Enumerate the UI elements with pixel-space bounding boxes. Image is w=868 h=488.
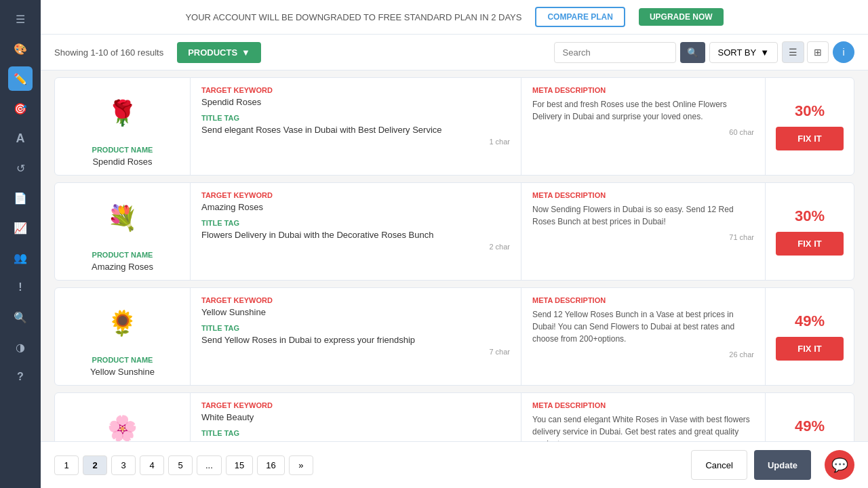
title-tag-label: Title Tag [201, 324, 510, 332]
sidebar-palette-icon[interactable]: 🎨 [8, 37, 33, 61]
sort-arrow-icon: ▼ [760, 47, 769, 58]
content-area: 🌹 Product Name Spendid Roses Target Keyw… [41, 70, 868, 441]
target-keyword-field: Target Keyword Amazing Roses [201, 191, 510, 212]
target-keyword-field: Target Keyword Spendid Roses [201, 86, 510, 107]
product-description-section: Meta Description Send 12 Yellow Roses Bu… [521, 288, 766, 385]
meta-desc-text: For best and fresh Roses use the best On… [532, 98, 754, 123]
title-tag-field: Title Tag Express Flowers Delivery in Du… [201, 429, 510, 441]
page-2-button[interactable]: 2 [83, 455, 107, 475]
product-image-section: 🌹 Product Name Spendid Roses [55, 78, 191, 175]
sidebar-people-icon[interactable]: 👥 [8, 245, 33, 270]
sidebar-target-icon[interactable]: 🎯 [8, 96, 33, 121]
pagination-bar: 1 2 3 4 5 ... 15 16 » Cancel Update 💬 [41, 441, 868, 488]
sidebar-font-icon[interactable]: A [8, 126, 33, 150]
search-icon: 🔍 [687, 47, 698, 58]
chat-button[interactable]: 💬 [825, 450, 854, 480]
score-value: 30% [795, 207, 825, 225]
target-keyword-label: Target Keyword [201, 191, 510, 199]
info-icon: i [842, 47, 844, 58]
chat-icon: 💬 [831, 457, 848, 473]
title-tag-field: Title Tag Flowers Delivery in Dubai with… [201, 219, 510, 251]
showing-results-text: Showing 1-10 of 160 results [54, 47, 163, 58]
banner-text: YOUR ACCOUNT WILL BE DOWNGRADED TO FREE … [185, 12, 521, 22]
search-button[interactable]: 🔍 [680, 42, 705, 63]
target-keyword-label: Target Keyword [201, 401, 510, 409]
fix-it-button[interactable]: FIX IT [776, 337, 844, 361]
info-button[interactable]: i [833, 41, 854, 63]
target-keyword-value: Spendid Roses [201, 97, 510, 107]
target-keyword-value: Yellow Sunshine [201, 307, 510, 317]
grid-view-button[interactable]: ⊞ [807, 41, 829, 63]
sidebar-refresh-icon[interactable]: ↺ [8, 156, 33, 180]
list-view-button[interactable]: ☰ [782, 41, 804, 63]
product-score-section: 49% FIX IT [766, 288, 854, 385]
fix-it-button[interactable]: FIX IT [776, 232, 844, 256]
meta-char-count: 60 char [532, 128, 754, 136]
product-meta: Target Keyword Yellow Sunshine Title Tag… [191, 288, 521, 385]
update-button[interactable]: Update [754, 450, 811, 480]
search-wrapper: 🔍 SORT BY ▼ ☰ ⊞ i [554, 41, 854, 63]
title-tag-value: Send Yellow Roses in Dubai to express yo… [201, 335, 510, 345]
page-15-button[interactable]: 15 [226, 455, 253, 475]
score-value: 49% [795, 312, 825, 330]
product-name-label: Product Name [92, 146, 153, 154]
title-tag-value: Flowers Delivery in Dubai with the Decor… [201, 230, 510, 240]
pagination-actions: Cancel Update 💬 [691, 450, 854, 480]
product-name-label: Product Name [92, 356, 153, 364]
product-meta: Target Keyword Amazing Roses Title Tag F… [191, 183, 521, 280]
product-name-value: Spendid Roses [92, 157, 152, 167]
title-char-count: 7 char [201, 348, 510, 356]
sort-by-button[interactable]: SORT BY ▼ [709, 42, 778, 63]
cancel-button[interactable]: Cancel [691, 450, 747, 480]
upgrade-now-button[interactable]: UPGRADE NOW [639, 8, 724, 26]
page-4-button[interactable]: 4 [140, 455, 164, 475]
product-name-value: Yellow Sunshine [90, 367, 155, 377]
product-image-section: 💐 Product Name Amazing Roses [55, 183, 191, 280]
meta-desc-text: Now Sending Flowers in Dubai is so easy.… [532, 203, 754, 228]
sidebar-menu-icon[interactable]: ☰ [8, 7, 33, 31]
products-dropdown-button[interactable]: PRODUCTS ▼ [177, 42, 261, 63]
product-name-label: Product Name [92, 251, 153, 259]
page-16-button[interactable]: 16 [257, 455, 284, 475]
sidebar-file-icon[interactable]: 📄 [8, 186, 33, 210]
product-description-section: Meta Description Now Sending Flowers in … [521, 183, 766, 280]
product-description-section: Meta Description For best and fresh Rose… [521, 78, 766, 175]
score-value: 30% [795, 102, 825, 120]
page-1-button[interactable]: 1 [54, 455, 79, 475]
sidebar-help-icon[interactable]: ? [8, 365, 33, 389]
product-score-section: 30% FIX IT [766, 78, 854, 175]
product-image-section: 🌻 Product Name Yellow Sunshine [55, 288, 191, 385]
table-row: 🌻 Product Name Yellow Sunshine Target Ke… [54, 287, 854, 386]
meta-desc-label: Meta Description [532, 296, 754, 304]
meta-desc-label: Meta Description [532, 86, 754, 94]
sidebar: ☰ 🎨 ✏️ 🎯 A ↺ 📄 📈 👥 ! 🔍 ◑ ? [0, 0, 41, 488]
page-next-button[interactable]: » [289, 455, 313, 475]
sidebar-search-icon[interactable]: 🔍 [8, 305, 33, 329]
product-name-value: Amazing Roses [92, 262, 153, 272]
search-input[interactable] [554, 42, 676, 63]
toolbar: Showing 1-10 of 160 results PRODUCTS ▼ 🔍… [41, 35, 868, 70]
sidebar-chart-icon[interactable]: 📈 [8, 216, 33, 240]
dropdown-arrow-icon: ▼ [241, 47, 250, 58]
target-keyword-value: Amazing Roses [201, 202, 510, 212]
title-tag-value: Send elegant Roses Vase in Dubai with Be… [201, 125, 510, 135]
sidebar-edit-icon[interactable]: ✏️ [8, 66, 33, 91]
title-tag-label: Title Tag [201, 219, 510, 227]
sidebar-pie-icon[interactable]: ◑ [8, 335, 33, 359]
compare-plan-button[interactable]: COMPARE PLAN [535, 7, 625, 27]
title-char-count: 1 char [201, 138, 510, 146]
page-5-button[interactable]: 5 [168, 455, 193, 475]
target-keyword-label: Target Keyword [201, 296, 510, 304]
sidebar-alert-icon[interactable]: ! [8, 275, 33, 300]
title-char-count: 2 char [201, 243, 510, 251]
table-row: 🌹 Product Name Spendid Roses Target Keyw… [54, 77, 854, 176]
product-score-section: 49% FIX IT [766, 393, 854, 441]
title-tag-field: Title Tag Send elegant Roses Vase in Dub… [201, 114, 510, 146]
page-3-button[interactable]: 3 [111, 455, 136, 475]
target-keyword-value: White Beauty [201, 412, 510, 422]
product-image: 🌸 [99, 401, 146, 441]
meta-char-count: 71 char [532, 233, 754, 241]
product-score-section: 30% FIX IT [766, 183, 854, 280]
meta-desc-text: Send 12 Yellow Roses Bunch in a Vase at … [532, 308, 754, 345]
fix-it-button[interactable]: FIX IT [776, 127, 844, 150]
